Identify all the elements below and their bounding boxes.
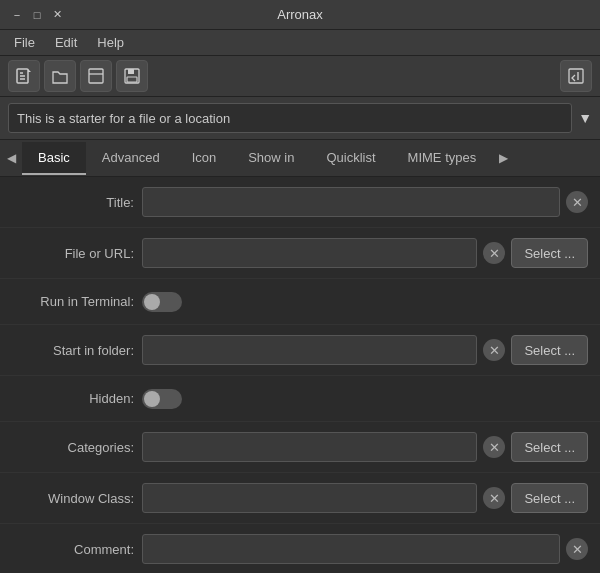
window-title: Arronax	[70, 7, 530, 22]
start-in-folder-label: Start in folder:	[12, 343, 142, 358]
hidden-toggle[interactable]	[142, 389, 182, 409]
open-button[interactable]	[44, 60, 76, 92]
run-in-terminal-toggle[interactable]	[142, 292, 182, 312]
svg-rect-10	[569, 69, 583, 83]
tabs-left-arrow[interactable]: ◀	[0, 140, 22, 176]
run-in-terminal-label: Run in Terminal:	[12, 294, 142, 309]
tab-mime-types[interactable]: MIME types	[392, 142, 493, 175]
file-or-url-label: File or URL:	[12, 246, 142, 261]
menu-edit[interactable]: Edit	[45, 32, 87, 53]
hidden-knob	[144, 391, 160, 407]
svg-rect-9	[127, 77, 137, 82]
start-in-folder-clear-button[interactable]: ✕	[483, 339, 505, 361]
start-in-folder-row: Start in folder: ✕ Select ...	[0, 325, 600, 376]
window-class-clear-button[interactable]: ✕	[483, 487, 505, 509]
titlebar: − □ ✕ Arronax	[0, 0, 600, 30]
tab-quicklist[interactable]: Quicklist	[310, 142, 391, 175]
file-or-url-input[interactable]	[142, 238, 477, 268]
window-class-label: Window Class:	[12, 491, 142, 506]
dropdown-arrow-icon: ▼	[578, 110, 592, 126]
tab-advanced[interactable]: Advanced	[86, 142, 176, 175]
title-row: Title: ✕	[0, 177, 600, 228]
title-clear-button[interactable]: ✕	[566, 191, 588, 213]
hidden-toggle-wrap	[142, 389, 588, 409]
categories-select-button[interactable]: Select ...	[511, 432, 588, 462]
hidden-label: Hidden:	[12, 391, 142, 406]
start-in-folder-input[interactable]	[142, 335, 477, 365]
menu-file[interactable]: File	[4, 32, 45, 53]
type-dropdown-row: This is a starter for a file or a locati…	[0, 97, 600, 140]
minimize-button[interactable]: −	[10, 8, 24, 22]
new-button[interactable]	[8, 60, 40, 92]
close-button[interactable]: ✕	[50, 8, 64, 22]
hidden-row: Hidden:	[0, 376, 600, 422]
comment-wrap: ✕	[142, 534, 588, 564]
categories-wrap: ✕ Select ...	[142, 432, 588, 462]
window-class-wrap: ✕ Select ...	[142, 483, 588, 513]
categories-input[interactable]	[142, 432, 477, 462]
exit-button[interactable]	[560, 60, 592, 92]
start-in-folder-wrap: ✕ Select ...	[142, 335, 588, 365]
tab-icon[interactable]: Icon	[176, 142, 233, 175]
file-or-url-select-button[interactable]: Select ...	[511, 238, 588, 268]
tabs-container: ◀ Basic Advanced Icon Show in Quicklist …	[0, 140, 600, 177]
comment-row: Comment: ✕	[0, 524, 600, 573]
run-in-terminal-row: Run in Terminal:	[0, 279, 600, 325]
file-or-url-input-wrap: ✕ Select ...	[142, 238, 588, 268]
tab-basic[interactable]: Basic	[22, 142, 86, 175]
start-in-folder-select-button[interactable]: Select ...	[511, 335, 588, 365]
title-input[interactable]	[142, 187, 560, 217]
window-class-row: Window Class: ✕ Select ...	[0, 473, 600, 524]
window-class-select-button[interactable]: Select ...	[511, 483, 588, 513]
tab-show-in[interactable]: Show in	[232, 142, 310, 175]
file-or-url-clear-button[interactable]: ✕	[483, 242, 505, 264]
type-dropdown[interactable]: This is a starter for a file or a locati…	[8, 103, 572, 133]
save-button[interactable]	[116, 60, 148, 92]
title-label: Title:	[12, 195, 142, 210]
title-input-wrap: ✕	[142, 187, 588, 217]
window-class-input[interactable]	[142, 483, 477, 513]
form-content: Title: ✕ File or URL: ✕ Select ... Run i…	[0, 177, 600, 573]
maximize-button[interactable]: □	[30, 8, 44, 22]
comment-label: Comment:	[12, 542, 142, 557]
toolbar	[0, 56, 600, 97]
run-in-terminal-knob	[144, 294, 160, 310]
svg-rect-5	[89, 69, 103, 83]
categories-row: Categories: ✕ Select ...	[0, 422, 600, 473]
comment-clear-button[interactable]: ✕	[566, 538, 588, 560]
revert-button[interactable]	[80, 60, 112, 92]
file-or-url-row: File or URL: ✕ Select ...	[0, 228, 600, 279]
categories-label: Categories:	[12, 440, 142, 455]
menu-help[interactable]: Help	[87, 32, 134, 53]
comment-input[interactable]	[142, 534, 560, 564]
svg-rect-8	[128, 69, 134, 74]
tabs-right-arrow[interactable]: ▶	[492, 140, 514, 176]
menubar: File Edit Help	[0, 30, 600, 56]
run-in-terminal-wrap	[142, 292, 588, 312]
categories-clear-button[interactable]: ✕	[483, 436, 505, 458]
